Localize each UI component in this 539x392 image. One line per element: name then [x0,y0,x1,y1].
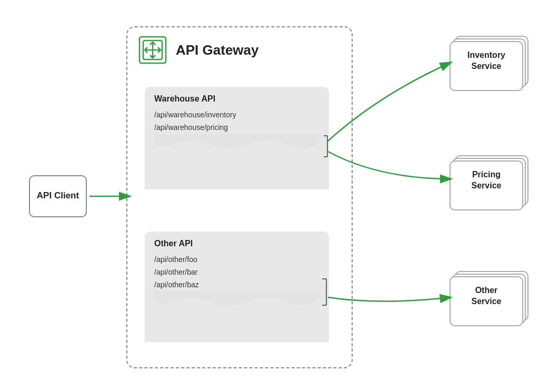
other-api-routes: /api/other/foo/api/other/bar/api/other/b… [154,254,320,291]
api-client-label: API Client [37,190,79,202]
inventory-service-label: InventoryService [450,41,523,81]
other-api-title: Other API [154,239,320,248]
api-client-box: API Client [29,175,87,217]
gateway-icon [137,34,168,66]
warehouse-api-routes: /api/warehouse/inventory/api/warehouse/p… [154,109,320,134]
other-api-panel: Other API /api/other/foo/api/other/bar/a… [145,232,329,342]
diagram: API Client API Gateway Warehouse API [0,0,539,392]
inventory-service-card: InventoryService [450,36,528,94]
pricing-service: PricingService [450,155,528,213]
other-service-card: OtherService [450,271,528,329]
other-service-label: OtherService [450,276,523,316]
gateway-header: API Gateway [137,34,259,66]
inventory-service: InventoryService [450,36,528,94]
gateway-title: API Gateway [176,42,259,58]
warehouse-api-panel: Warehouse API /api/warehouse/inventory/a… [145,87,329,189]
other-service: OtherService [450,271,528,329]
warehouse-api-title: Warehouse API [154,94,320,104]
pricing-service-card: PricingService [450,155,528,213]
warehouse-wave [154,134,320,155]
other-wave [154,291,320,312]
pricing-service-label: PricingService [450,160,523,200]
